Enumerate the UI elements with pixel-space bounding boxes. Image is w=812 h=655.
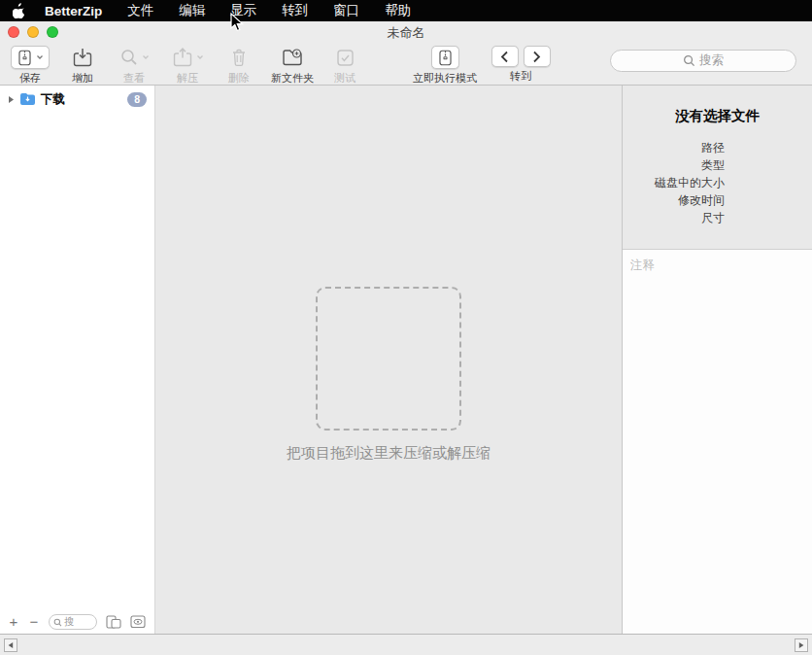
delete-label: 删除 [228,71,250,86]
sidebar-footer: + − 搜 [0,610,154,634]
sidebar-search-input[interactable]: 搜 [49,614,97,630]
search-placeholder: 搜索 [699,52,724,69]
forward-button[interactable] [524,46,551,67]
chevron-down-icon [142,54,150,60]
bottom-bar [0,634,812,655]
extract-label: 解压 [177,71,198,86]
app-menu[interactable]: BetterZip [45,4,102,18]
screen: BetterZip 文件 编辑 显示 转到 窗口 帮助 未命名 [0,0,812,655]
extract-button[interactable] [172,46,204,69]
menu-item-window[interactable]: 窗口 [333,2,359,19]
sidebar-item-downloads[interactable]: 下载 8 [0,87,154,111]
chevron-down-icon [36,54,44,60]
item-count-badge: 8 [127,92,147,107]
save-label: 保存 [19,71,41,86]
window-title: 未命名 [0,24,812,42]
toolbar-search-input[interactable]: 搜索 [610,50,796,72]
toolbar-item-extract: 解压 [165,46,210,86]
folder-plus-icon [282,48,303,67]
triangle-right-icon [797,641,805,649]
direct-mode-button[interactable] [431,46,459,69]
add-button[interactable] [72,46,93,69]
disclosure-triangle-icon[interactable] [8,95,15,104]
toolbar-item-delete: 删除 [222,46,255,86]
goto-buttons [491,46,551,67]
field-label-path: 路径 [623,139,725,156]
archive-content-area: 把项目拖到这里来压缩或解压缩 [155,86,622,634]
field-label-modified: 修改时间 [623,191,725,209]
delete-button[interactable] [230,46,248,69]
new-folder-button[interactable] [282,46,303,69]
comments-field[interactable]: 注释 [623,249,812,634]
menu-item-view[interactable]: 显示 [230,2,256,19]
trash-icon [230,48,248,67]
view-label: 查看 [123,71,145,86]
back-button[interactable] [491,46,519,67]
test-label: 测试 [334,71,355,86]
field-label-type: 类型 [623,156,725,174]
chevron-right-icon [532,51,541,63]
toolbar-item-goto: 转到 [490,46,552,84]
archive-add-icon [72,47,93,68]
downloads-folder-icon [19,92,36,106]
archive-box-icon [437,49,454,67]
add-label: 增加 [72,71,93,86]
chevron-left-icon [500,51,509,63]
scroll-right-button[interactable] [795,638,808,652]
field-label-dimensions: 尺寸 [623,209,725,226]
no-selection-title: 没有选择文件 [623,86,812,125]
scroll-left-button[interactable] [4,638,17,652]
inspector-panel: 没有选择文件 路径 类型 磁盘中的大小 修改时间 尺寸 注释 [622,86,812,634]
field-label-size-on-disk: 磁盘中的大小 [623,174,725,191]
toolbar-item-direct-mode: 立即执行模式 [400,46,490,86]
split-panels-icon[interactable] [106,615,121,629]
toolbar: 保存 增加 查看 [0,43,812,86]
drop-target[interactable] [316,287,461,431]
apple-menu[interactable] [13,3,25,18]
chevron-down-icon [196,54,204,60]
toolbar-item-new-folder: 新文件夹 [267,46,318,86]
triangle-left-icon [7,641,15,649]
new-folder-label: 新文件夹 [271,71,314,86]
title-bar: 未命名 [0,21,812,43]
apple-logo-icon [13,3,25,18]
remove-archive-button[interactable]: − [28,615,40,629]
menu-item-go[interactable]: 转到 [282,2,308,19]
direct-mode-label: 立即执行模式 [413,71,477,86]
checkbox-icon [336,49,355,67]
toolbar-item-test: 测试 [328,46,361,86]
menu-item-edit[interactable]: 编辑 [179,2,205,19]
save-button[interactable] [11,46,50,69]
test-button[interactable] [336,46,355,69]
drop-hint-text: 把项目拖到这里来压缩或解压缩 [155,444,622,463]
toolbar-item-add: 增加 [62,46,103,86]
sidebar: 下载 8 + − 搜 [0,86,155,634]
search-icon [53,618,62,627]
magnifier-icon [119,48,139,67]
archive-extract-icon [172,47,193,68]
menu-item-help[interactable]: 帮助 [385,2,411,19]
sidebar-search-placeholder: 搜 [64,615,74,629]
file-info-fields: 路径 类型 磁盘中的大小 修改时间 尺寸 [623,139,812,226]
archive-box-icon [17,49,33,67]
toolbar-item-save: 保存 [7,46,53,86]
view-button[interactable] [119,46,150,69]
preview-eye-icon[interactable] [130,615,147,629]
add-archive-button[interactable]: + [8,615,19,629]
comments-placeholder: 注释 [630,259,655,272]
file-info-section: 没有选择文件 路径 类型 磁盘中的大小 修改时间 尺寸 [623,86,812,249]
menu-item-file[interactable]: 文件 [127,2,153,19]
menu-bar: BetterZip 文件 编辑 显示 转到 窗口 帮助 [0,0,812,21]
search-icon [683,54,695,67]
sidebar-item-label: 下载 [41,91,65,108]
toolbar-item-view: 查看 [113,46,155,86]
goto-label: 转到 [510,69,531,84]
